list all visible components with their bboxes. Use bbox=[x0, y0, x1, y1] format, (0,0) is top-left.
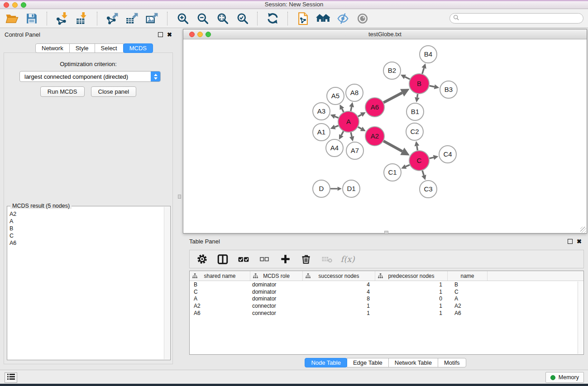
float-panel-icon[interactable] bbox=[158, 32, 163, 37]
column-header-successor-nodes[interactable]: successor nodes bbox=[303, 271, 375, 281]
tab-mcds[interactable]: MCDS bbox=[123, 43, 153, 53]
edge-A-A2[interactable] bbox=[358, 127, 361, 129]
result-item[interactable]: A6 bbox=[10, 239, 162, 247]
minimize-window-button[interactable] bbox=[12, 2, 18, 8]
table-row[interactable]: Cdominator41C bbox=[190, 288, 583, 295]
home-icon[interactable] bbox=[316, 11, 330, 26]
node-A3[interactable]: A3 bbox=[313, 103, 330, 120]
tab-motifs[interactable]: Motifs bbox=[438, 358, 466, 367]
close-window-button[interactable] bbox=[4, 2, 9, 8]
table-row[interactable]: Bdominator41B bbox=[190, 281, 583, 288]
table-settings-icon[interactable] bbox=[196, 253, 208, 265]
float-table-panel-icon[interactable] bbox=[568, 239, 573, 244]
edge-A-A6[interactable] bbox=[358, 114, 361, 116]
import-table-icon[interactable] bbox=[75, 11, 89, 26]
table-scrollbar[interactable] bbox=[578, 281, 583, 354]
zoom-fit-icon[interactable] bbox=[215, 11, 229, 26]
resize-grip-icon[interactable] bbox=[580, 227, 586, 233]
node-C4[interactable]: C4 bbox=[439, 146, 456, 163]
node-D1[interactable]: D1 bbox=[343, 180, 360, 197]
edge-A-A7[interactable] bbox=[351, 132, 352, 137]
edge-A-A5[interactable] bbox=[342, 109, 344, 112]
tab-node-table[interactable]: Node Table bbox=[305, 358, 347, 367]
network-zoom-button[interactable] bbox=[206, 32, 211, 37]
result-item[interactable]: B bbox=[10, 225, 162, 232]
result-list-scrollbar[interactable] bbox=[164, 207, 170, 359]
edge-A-A3[interactable] bbox=[335, 116, 339, 118]
result-item[interactable]: A bbox=[10, 218, 162, 225]
node-C[interactable]: C bbox=[409, 151, 429, 171]
edge-A2-C[interactable] bbox=[383, 141, 402, 152]
zoom-window-button[interactable] bbox=[21, 2, 26, 8]
close-panel-button[interactable]: Close panel bbox=[91, 86, 137, 97]
result-item[interactable]: C bbox=[10, 232, 162, 239]
column-header-shared-name[interactable]: shared name bbox=[190, 271, 250, 281]
node-A[interactable]: A bbox=[338, 111, 359, 132]
node-A4[interactable]: A4 bbox=[326, 139, 343, 157]
edge-A-A1[interactable] bbox=[335, 126, 339, 127]
node-B1[interactable]: B1 bbox=[406, 103, 424, 120]
edge-A-A4[interactable] bbox=[341, 131, 344, 135]
result-item[interactable]: A2 bbox=[10, 210, 162, 218]
edge-C-C1[interactable] bbox=[406, 165, 410, 167]
edge-B-B2[interactable] bbox=[405, 77, 410, 79]
network-graph[interactable]: B4B2BB3A5A8A6A3B1AA1C2A2A4A7C4CC1C3DD1 bbox=[183, 39, 587, 234]
network-window-titlebar[interactable]: testGlobe.txt bbox=[183, 29, 587, 39]
export-image-icon[interactable] bbox=[145, 11, 159, 26]
zoom-selected-icon[interactable] bbox=[235, 11, 249, 26]
edge-A-A8[interactable] bbox=[351, 107, 352, 111]
open-folder-icon[interactable] bbox=[5, 11, 19, 26]
tab-style[interactable]: Style bbox=[69, 43, 95, 53]
task-history-button[interactable] bbox=[5, 372, 17, 383]
table-row[interactable]: A2connector11A2 bbox=[190, 302, 583, 310]
panel-divider[interactable] bbox=[177, 28, 183, 370]
tab-network[interactable]: Network bbox=[35, 43, 70, 53]
network-minimize-button[interactable] bbox=[197, 32, 203, 37]
network-bottom-handle[interactable] bbox=[384, 231, 388, 234]
node-C3[interactable]: C3 bbox=[420, 181, 437, 198]
edge-B-B1[interactable] bbox=[417, 94, 418, 98]
column-header-name[interactable]: name bbox=[448, 271, 488, 281]
search-input[interactable] bbox=[462, 15, 580, 22]
edge-B-B3[interactable] bbox=[430, 86, 435, 87]
table-row[interactable]: Adominator80A bbox=[190, 295, 583, 303]
hide-eye-icon[interactable] bbox=[335, 11, 350, 26]
node-D[interactable]: D bbox=[313, 180, 330, 197]
edge-C-C3[interactable] bbox=[422, 171, 424, 176]
tab-select[interactable]: Select bbox=[95, 43, 124, 53]
divider-grab-handle[interactable] bbox=[178, 195, 181, 199]
tab-edge-table[interactable]: Edge Table bbox=[347, 358, 389, 367]
column-header-predecessor-nodes[interactable]: predecessor nodes bbox=[375, 271, 448, 281]
close-table-panel-icon[interactable]: ✖ bbox=[577, 239, 582, 244]
node-C2[interactable]: C2 bbox=[406, 123, 423, 140]
save-icon[interactable] bbox=[24, 11, 39, 26]
network-canvas[interactable]: B4B2BB3A5A8A6A3B1AA1C2A2A4A7C4CC1C3DD1 bbox=[183, 39, 587, 233]
add-column-icon[interactable] bbox=[279, 253, 291, 265]
node-A1[interactable]: A1 bbox=[313, 124, 330, 141]
zoom-out-icon[interactable] bbox=[195, 11, 210, 26]
delete-column-icon[interactable] bbox=[300, 253, 312, 265]
edge-C-C4[interactable] bbox=[430, 157, 434, 158]
column-header-MCDS-role[interactable]: MCDS role bbox=[250, 271, 303, 281]
optimization-criterion-select[interactable]: largest connected component (directed) bbox=[19, 71, 161, 82]
edge-A6-B[interactable] bbox=[383, 93, 402, 103]
network-document-icon[interactable] bbox=[296, 11, 310, 26]
zoom-in-icon[interactable] bbox=[175, 11, 190, 26]
export-network-icon[interactable] bbox=[105, 11, 120, 26]
node-A6[interactable]: A6 bbox=[365, 98, 384, 117]
node-A2[interactable]: A2 bbox=[365, 127, 384, 146]
show-eye-icon[interactable] bbox=[355, 11, 370, 26]
export-table-icon[interactable] bbox=[125, 11, 139, 26]
run-mcds-button[interactable]: Run MCDS bbox=[40, 86, 85, 97]
refresh-icon[interactable] bbox=[265, 11, 280, 26]
network-close-button[interactable] bbox=[189, 32, 195, 37]
deselect-all-icon[interactable] bbox=[258, 253, 270, 265]
split-view-icon[interactable] bbox=[217, 253, 229, 265]
table-row[interactable]: A6connector11A6 bbox=[190, 310, 583, 317]
edge-C-C2[interactable] bbox=[417, 146, 418, 151]
node-C1[interactable]: C1 bbox=[384, 164, 401, 181]
edge-B-B4[interactable] bbox=[422, 68, 424, 74]
node-A7[interactable]: A7 bbox=[346, 142, 363, 159]
tab-network-table[interactable]: Network Table bbox=[388, 358, 438, 367]
node-B[interactable]: B bbox=[409, 74, 429, 94]
